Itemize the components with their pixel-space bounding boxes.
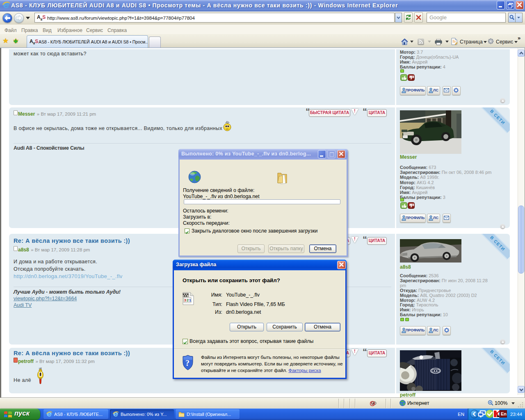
svg-text:1: 1	[189, 298, 191, 302]
svg-text:2: 2	[187, 298, 189, 302]
svg-text:?: ?	[185, 358, 189, 368]
svg-text:3: 3	[184, 298, 186, 302]
